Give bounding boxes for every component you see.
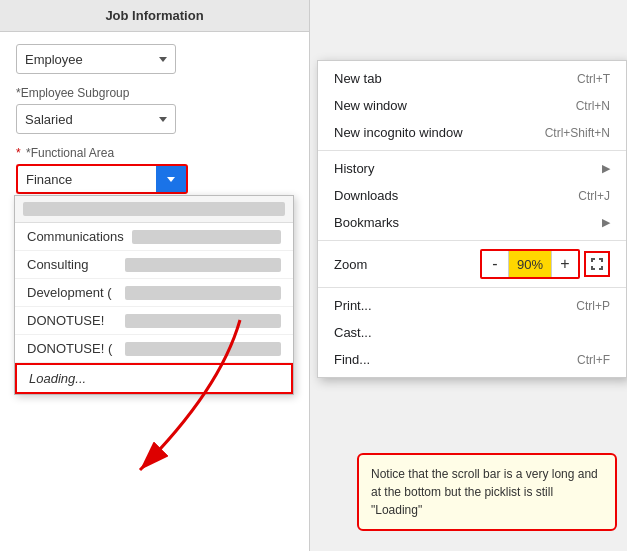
- menu-item-find-label: Find...: [334, 352, 577, 367]
- menu-item-new-tab-shortcut: Ctrl+T: [577, 72, 610, 86]
- zoom-row: Zoom - 90% +: [318, 245, 626, 283]
- subgroup-label: *Employee Subgroup: [16, 86, 293, 100]
- header-title: Job Information: [105, 8, 203, 23]
- employee-chevron-icon: [159, 57, 167, 62]
- subgroup-select[interactable]: Salaried: [16, 104, 176, 134]
- dropdown-item-tag: [125, 258, 281, 272]
- menu-item-print-shortcut: Ctrl+P: [576, 299, 610, 313]
- menu-item-bookmarks-arrow-icon: ▶: [602, 216, 610, 229]
- form-header: Job Information: [0, 0, 309, 32]
- menu-item-downloads-shortcut: Ctrl+J: [578, 189, 610, 203]
- dropdown-search: [15, 196, 293, 223]
- context-menu: New tab Ctrl+T New window Ctrl+N New inc…: [317, 60, 627, 378]
- subgroup-chevron-icon: [159, 117, 167, 122]
- menu-divider-1: [318, 150, 626, 151]
- dropdown-item-label: DONOTUSE! (: [27, 341, 117, 356]
- menu-item-new-tab-label: New tab: [334, 71, 577, 86]
- menu-divider-2: [318, 240, 626, 241]
- menu-item-cast-label: Cast...: [334, 325, 610, 340]
- employee-field-group: Employee: [16, 44, 293, 74]
- menu-item-new-window-label: New window: [334, 98, 576, 113]
- employee-select[interactable]: Employee: [16, 44, 176, 74]
- menu-item-incognito-label: New incognito window: [334, 125, 545, 140]
- subgroup-field-group: *Employee Subgroup Salaried: [16, 86, 293, 134]
- menu-item-new-window-shortcut: Ctrl+N: [576, 99, 610, 113]
- menu-item-incognito[interactable]: New incognito window Ctrl+Shift+N: [318, 119, 626, 146]
- svg-rect-5: [591, 266, 593, 270]
- dropdown-item-label: Loading...: [29, 371, 119, 386]
- zoom-controls: - 90% +: [480, 249, 580, 279]
- menu-item-downloads-label: Downloads: [334, 188, 578, 203]
- dropdown-item[interactable]: DONOTUSE!: [15, 307, 293, 335]
- subgroup-value: Salaried: [25, 112, 73, 127]
- menu-item-bookmarks[interactable]: Bookmarks ▶: [318, 209, 626, 236]
- menu-item-downloads[interactable]: Downloads Ctrl+J: [318, 182, 626, 209]
- functional-area-row: Finance: [16, 164, 293, 194]
- zoom-plus-button[interactable]: +: [552, 251, 578, 277]
- menu-item-find-shortcut: Ctrl+F: [577, 353, 610, 367]
- form-panel: Job Information Employee *Employee Subgr…: [0, 0, 310, 551]
- dropdown-item-label: DONOTUSE!: [27, 313, 117, 328]
- dropdown-item-tag: [125, 286, 281, 300]
- dropdown-item[interactable]: Communications: [15, 223, 293, 251]
- dropdown-search-bar[interactable]: [23, 202, 285, 216]
- functional-area-label: *Functional Area: [16, 146, 293, 160]
- menu-item-print-label: Print...: [334, 298, 576, 313]
- functional-area-dropdown-btn[interactable]: [156, 164, 188, 194]
- menu-item-new-window[interactable]: New window Ctrl+N: [318, 92, 626, 119]
- dropdown-item-tag: [132, 230, 281, 244]
- dropdown-item[interactable]: Loading...: [15, 363, 293, 394]
- dropdown-item[interactable]: DONOTUSE! (: [15, 335, 293, 363]
- functional-area-input[interactable]: Finance: [16, 164, 156, 194]
- functional-area-field-group: *Functional Area Finance: [16, 146, 293, 194]
- menu-item-incognito-shortcut: Ctrl+Shift+N: [545, 126, 610, 140]
- dropdown-item-tag: [125, 314, 281, 328]
- svg-rect-3: [601, 258, 603, 262]
- notice-box: Notice that the scroll bar is a very lon…: [357, 453, 617, 531]
- zoom-minus-button[interactable]: -: [482, 251, 508, 277]
- menu-item-history[interactable]: History ▶: [318, 155, 626, 182]
- dropdown-list: CommunicationsConsultingDevelopment (DON…: [14, 195, 294, 395]
- functional-area-chevron-icon: [167, 177, 175, 182]
- menu-item-history-arrow-icon: ▶: [602, 162, 610, 175]
- fullscreen-icon: [590, 257, 604, 271]
- dropdown-item[interactable]: Development (: [15, 279, 293, 307]
- dropdown-item-label: Communications: [27, 229, 124, 244]
- dropdown-item-label: Consulting: [27, 257, 117, 272]
- menu-item-history-label: History: [334, 161, 594, 176]
- menu-item-find[interactable]: Find... Ctrl+F: [318, 346, 626, 373]
- notice-text: Notice that the scroll bar is a very lon…: [371, 467, 598, 517]
- dropdown-item-tag: [125, 342, 281, 356]
- zoom-label: Zoom: [334, 257, 480, 272]
- zoom-fullscreen-button[interactable]: [584, 251, 610, 277]
- zoom-value: 90%: [508, 251, 552, 277]
- employee-value: Employee: [25, 52, 83, 67]
- menu-item-new-tab[interactable]: New tab Ctrl+T: [318, 65, 626, 92]
- dropdown-item[interactable]: Consulting: [15, 251, 293, 279]
- svg-rect-7: [601, 266, 603, 270]
- menu-divider-3: [318, 287, 626, 288]
- form-body: Employee *Employee Subgroup Salaried *Fu…: [0, 32, 309, 218]
- menu-item-bookmarks-label: Bookmarks: [334, 215, 594, 230]
- menu-item-print[interactable]: Print... Ctrl+P: [318, 292, 626, 319]
- dropdown-item-label: Development (: [27, 285, 117, 300]
- functional-area-value: Finance: [26, 172, 72, 187]
- svg-rect-1: [591, 258, 593, 262]
- menu-item-cast[interactable]: Cast...: [318, 319, 626, 346]
